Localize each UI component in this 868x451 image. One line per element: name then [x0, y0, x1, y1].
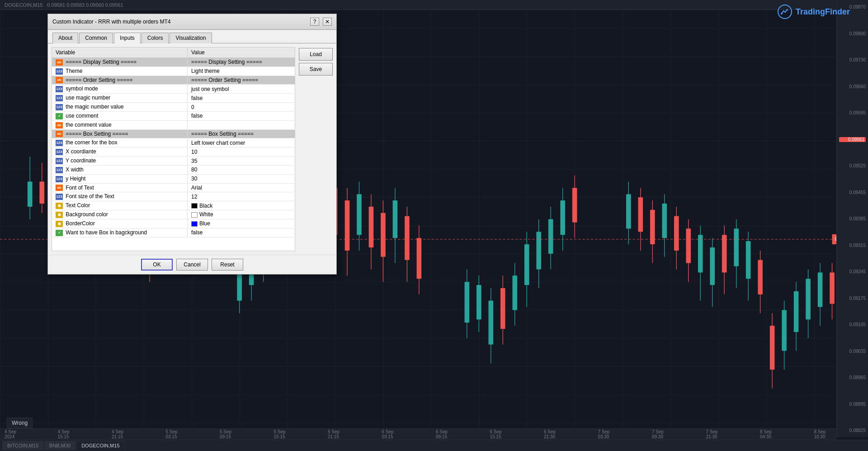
dialog-controls: ? ✕	[310, 18, 332, 26]
tab-visualization[interactable]: Visualization	[170, 33, 212, 43]
color-swatch	[191, 212, 198, 218]
table-row[interactable]: ab the comment value	[52, 120, 295, 129]
tab-about[interactable]: About	[52, 33, 78, 43]
table-row[interactable]: 123 Font size of the Text12	[52, 192, 295, 201]
color-icon: ◼	[56, 203, 63, 209]
cancel-button[interactable]: Cancel	[176, 259, 208, 271]
int-icon: 123	[56, 149, 63, 155]
dialog-buttons: OK Cancel Reset	[48, 255, 336, 274]
table-row[interactable]: ✓ use commentfalse	[52, 111, 295, 120]
dialog-tabs: About Common Inputs Colors Visualization	[48, 30, 336, 43]
bool-icon: ✓	[56, 230, 63, 236]
color-icon: ◼	[56, 221, 63, 227]
load-button[interactable]: Load	[299, 48, 333, 61]
int-icon: 123	[56, 86, 63, 92]
int-icon: 123	[56, 140, 63, 146]
table-row[interactable]: 123 y Height30	[52, 174, 295, 183]
table-row[interactable]: ◼ Background colorWhite	[52, 210, 295, 219]
table-wrapper[interactable]: Variable Value ab ===== Display Setting …	[52, 47, 295, 251]
content-wrapper: Variable Value ab ===== Display Setting …	[52, 47, 333, 251]
table-row[interactable]: ✓ Want to have Box in bagckgroundfalse	[52, 228, 295, 237]
table-row[interactable]: ab Font of TextArial	[52, 183, 295, 192]
tab-common[interactable]: Common	[79, 33, 113, 43]
color-swatch	[191, 203, 198, 209]
col-value: Value	[187, 47, 295, 58]
table-row[interactable]: 123 symbol modejust one symbol	[52, 85, 295, 94]
table-row[interactable]: 123 ThemeLight theme	[52, 66, 295, 76]
table-row[interactable]: ◼ Text ColorBlack	[52, 201, 295, 210]
table-row[interactable]: ab ===== Order Setting ========== Order …	[52, 76, 295, 85]
int-icon: 123	[56, 68, 63, 75]
table-row[interactable]: 123 the magic number value0	[52, 103, 295, 112]
params-table: Variable Value ab ===== Display Setting …	[52, 47, 295, 237]
modal-overlay: Custom Indicator - RRR with multiple ord…	[0, 0, 868, 451]
dialog-content: Variable Value ab ===== Display Setting …	[48, 43, 336, 255]
table-row[interactable]: ab ===== Box Setting ========== Box Sett…	[52, 129, 295, 138]
table-row[interactable]: 123 use magic numberfalse	[52, 94, 295, 103]
help-button[interactable]: ?	[310, 18, 319, 26]
ab-icon: ab	[56, 59, 63, 66]
table-row[interactable]: 123 X width80	[52, 165, 295, 174]
col-variable: Variable	[52, 47, 188, 58]
int-icon: 123	[56, 194, 63, 200]
tab-inputs[interactable]: Inputs	[114, 33, 141, 43]
color-swatch	[191, 221, 198, 227]
int-icon: 123	[56, 104, 63, 110]
right-panel: Load Save	[299, 47, 333, 251]
dialog-titlebar[interactable]: Custom Indicator - RRR with multiple ord…	[48, 14, 336, 30]
int-icon: 123	[56, 176, 63, 182]
ok-button[interactable]: OK	[141, 259, 173, 271]
table-row[interactable]: ab ===== Display Setting ========== Disp…	[52, 58, 295, 67]
ab-icon: ab	[56, 131, 63, 137]
close-button[interactable]: ✕	[323, 18, 332, 26]
save-button[interactable]: Save	[299, 63, 333, 76]
ab-icon: ab	[56, 122, 63, 128]
table-row[interactable]: ◼ BorderColorBlue	[52, 219, 295, 228]
ab-icon: ab	[56, 185, 63, 191]
table-row[interactable]: 123 Y coordinate35	[52, 157, 295, 166]
int-icon: 123	[56, 158, 63, 164]
dialog: Custom Indicator - RRR with multiple ord…	[47, 14, 337, 275]
table-footer	[52, 237, 295, 251]
dialog-title: Custom Indicator - RRR with multiple ord…	[52, 19, 170, 25]
int-icon: 123	[56, 95, 63, 101]
int-icon: 123	[56, 167, 63, 173]
table-row[interactable]: 123 the corner for the boxLeft lower cha…	[52, 138, 295, 147]
table-row[interactable]: 123 X coordiante10	[52, 147, 295, 157]
color-icon: ◼	[56, 212, 63, 218]
reset-button[interactable]: Reset	[212, 259, 243, 271]
tab-colors[interactable]: Colors	[142, 33, 169, 43]
bool-icon: ✓	[56, 113, 63, 119]
ab-icon: ab	[56, 77, 63, 83]
